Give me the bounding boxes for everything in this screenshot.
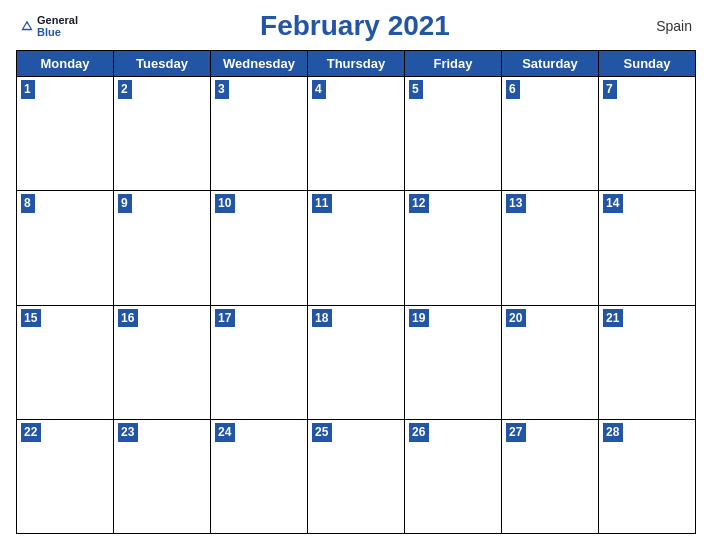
- day-header-sunday: Sunday: [599, 51, 696, 77]
- week-row-2: 891011121314: [17, 191, 696, 305]
- day-number-13: 13: [506, 194, 526, 213]
- day-cell-24: 24: [211, 420, 308, 534]
- day-cell-14: 14: [599, 191, 696, 305]
- calendar-title: February 2021: [78, 10, 632, 42]
- day-cell-3: 3: [211, 77, 308, 191]
- day-cell-13: 13: [502, 191, 599, 305]
- day-number-24: 24: [215, 423, 235, 442]
- day-number-6: 6: [506, 80, 520, 99]
- day-number-8: 8: [21, 194, 35, 213]
- day-number-25: 25: [312, 423, 332, 442]
- generalblue-icon: [20, 19, 34, 33]
- day-number-17: 17: [215, 309, 235, 328]
- day-header-wednesday: Wednesday: [211, 51, 308, 77]
- day-header-thursday: Thursday: [308, 51, 405, 77]
- day-cell-2: 2: [114, 77, 211, 191]
- day-cell-19: 19: [405, 306, 502, 420]
- day-cell-28: 28: [599, 420, 696, 534]
- day-number-10: 10: [215, 194, 235, 213]
- logo-blue-text: Blue: [37, 26, 78, 38]
- day-header-friday: Friday: [405, 51, 502, 77]
- logo-general-text: General: [37, 14, 78, 26]
- day-number-19: 19: [409, 309, 429, 328]
- calendar-weeks: 1234567891011121314151617181920212223242…: [17, 77, 696, 534]
- day-headers: MondayTuesdayWednesdayThursdayFridaySatu…: [17, 51, 696, 77]
- day-number-9: 9: [118, 194, 132, 213]
- week-row-3: 15161718192021: [17, 306, 696, 420]
- day-number-3: 3: [215, 80, 229, 99]
- day-cell-25: 25: [308, 420, 405, 534]
- day-number-22: 22: [21, 423, 41, 442]
- day-number-4: 4: [312, 80, 326, 99]
- day-cell-16: 16: [114, 306, 211, 420]
- week-row-1: 1234567: [17, 77, 696, 191]
- day-number-16: 16: [118, 309, 138, 328]
- day-cell-26: 26: [405, 420, 502, 534]
- day-number-18: 18: [312, 309, 332, 328]
- day-number-20: 20: [506, 309, 526, 328]
- day-number-27: 27: [506, 423, 526, 442]
- day-number-21: 21: [603, 309, 623, 328]
- day-cell-6: 6: [502, 77, 599, 191]
- day-cell-21: 21: [599, 306, 696, 420]
- logo: General Blue: [20, 14, 78, 38]
- day-cell-10: 10: [211, 191, 308, 305]
- day-cell-8: 8: [17, 191, 114, 305]
- week-row-4: 22232425262728: [17, 420, 696, 534]
- day-cell-12: 12: [405, 191, 502, 305]
- country-label: Spain: [632, 18, 692, 34]
- day-number-1: 1: [21, 80, 35, 99]
- day-number-12: 12: [409, 194, 429, 213]
- day-cell-4: 4: [308, 77, 405, 191]
- calendar: General Blue February 2021 Spain MondayT…: [0, 0, 712, 550]
- day-header-tuesday: Tuesday: [114, 51, 211, 77]
- day-cell-18: 18: [308, 306, 405, 420]
- day-cell-23: 23: [114, 420, 211, 534]
- day-cell-11: 11: [308, 191, 405, 305]
- day-number-28: 28: [603, 423, 623, 442]
- day-cell-9: 9: [114, 191, 211, 305]
- day-cell-17: 17: [211, 306, 308, 420]
- day-cell-20: 20: [502, 306, 599, 420]
- day-number-5: 5: [409, 80, 423, 99]
- day-number-15: 15: [21, 309, 41, 328]
- day-cell-27: 27: [502, 420, 599, 534]
- day-header-monday: Monday: [17, 51, 114, 77]
- day-number-2: 2: [118, 80, 132, 99]
- day-cell-15: 15: [17, 306, 114, 420]
- day-cell-22: 22: [17, 420, 114, 534]
- day-cell-5: 5: [405, 77, 502, 191]
- day-number-14: 14: [603, 194, 623, 213]
- day-number-23: 23: [118, 423, 138, 442]
- calendar-grid: MondayTuesdayWednesdayThursdayFridaySatu…: [16, 50, 696, 534]
- calendar-header: General Blue February 2021 Spain: [16, 10, 696, 42]
- day-number-11: 11: [312, 194, 332, 213]
- day-number-7: 7: [603, 80, 617, 99]
- day-cell-7: 7: [599, 77, 696, 191]
- day-cell-1: 1: [17, 77, 114, 191]
- day-header-saturday: Saturday: [502, 51, 599, 77]
- day-number-26: 26: [409, 423, 429, 442]
